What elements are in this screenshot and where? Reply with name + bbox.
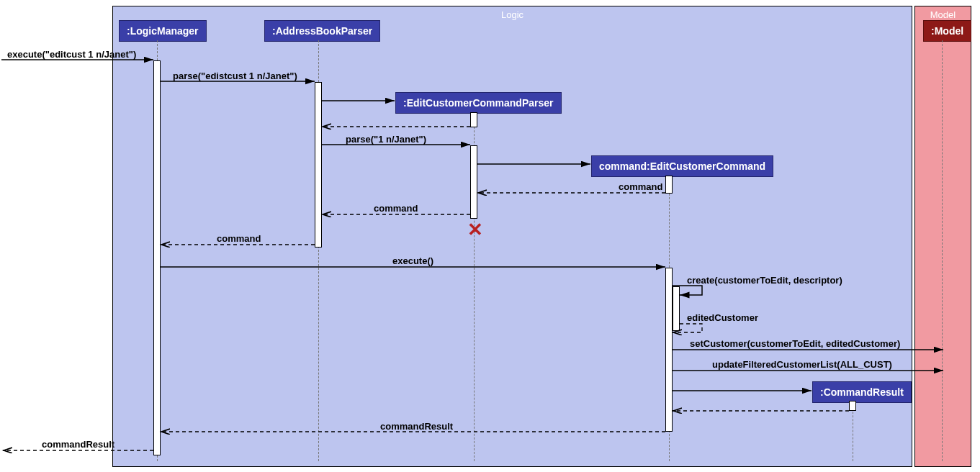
activation-abparser — [315, 82, 322, 248]
activation-edit-cmd-exec — [665, 268, 673, 432]
activation-edit-parser-parse — [470, 145, 477, 219]
msg-edited-customer: editedCustomer — [687, 312, 758, 323]
participant-logic-manager: :LogicManager — [119, 20, 207, 42]
destroy-icon: ✕ — [467, 219, 483, 241]
msg-command-ret2: command — [374, 203, 418, 214]
msg-command-result-ret: commandResult — [380, 421, 453, 432]
msg-set-customer: setCustomer(customerToEdit, editedCustom… — [690, 338, 900, 349]
msg-command-ret1: command — [619, 181, 662, 192]
msg-execute-in: execute("editcust 1 n/Janet") — [7, 49, 136, 60]
participant-address-book-parser: :AddressBookParser — [264, 20, 380, 42]
participant-edit-customer-command-parser: :EditCustomerCommandParser — [395, 92, 562, 114]
activation-logic-manager — [153, 60, 161, 455]
logic-frame-title: Logic — [501, 9, 523, 20]
lifeline-model — [942, 40, 943, 461]
msg-command-result-out: commandResult — [42, 439, 114, 450]
participant-edit-customer-command: command:EditCustomerCommand — [591, 155, 773, 177]
msg-parse1: parse("edistcust 1 n/Janet") — [173, 71, 297, 81]
msg-execute: execute() — [392, 255, 433, 266]
activation-edit-parser-create — [470, 112, 477, 127]
activation-edit-cmd-create — [665, 176, 673, 194]
model-frame: Model — [914, 6, 971, 467]
activation-edit-cmd-self — [673, 286, 680, 331]
msg-update-list: updateFilteredCustomerList(ALL_CUST) — [712, 359, 892, 370]
model-frame-title: Model — [930, 9, 956, 20]
activation-command-result — [849, 401, 856, 411]
participant-model: :Model — [923, 20, 971, 42]
msg-create: create(customerToEdit, descriptor) — [687, 275, 842, 286]
msg-command-ret3: command — [217, 233, 261, 244]
msg-parse2: parse("1 n/Janet") — [346, 134, 426, 145]
participant-command-result: :CommandResult — [812, 381, 912, 403]
